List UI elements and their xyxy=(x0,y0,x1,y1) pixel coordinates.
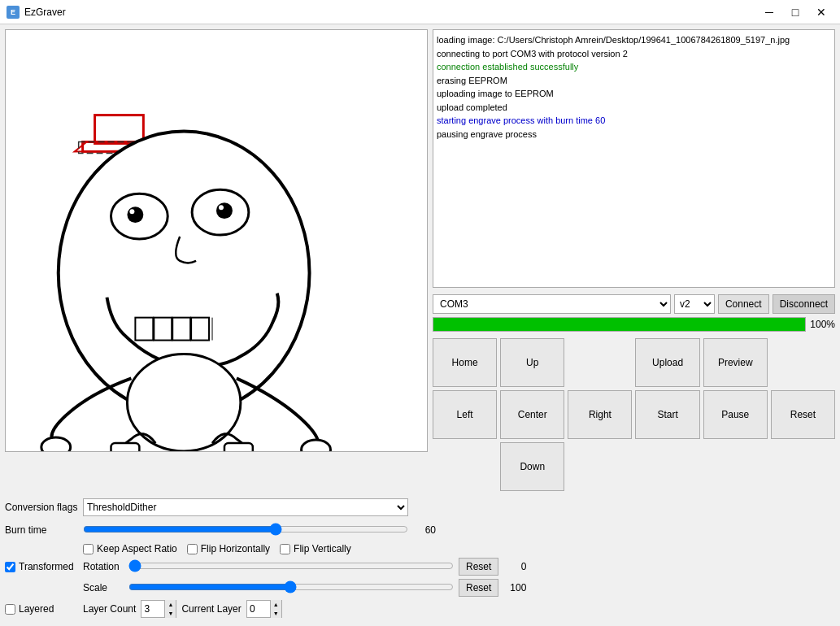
connect-button[interactable]: Connect xyxy=(718,294,769,314)
reset-button[interactable]: Reset xyxy=(771,390,835,439)
flip-vertically-checkbox[interactable] xyxy=(280,544,290,554)
rotation-slider[interactable] xyxy=(128,559,454,572)
checkbox-row: Keep Aspect Ratio Flip Horizontally Flip… xyxy=(83,543,835,554)
transformed-checkbox[interactable] xyxy=(5,562,15,572)
transformed-rotation-row: Transformed Rotation Reset 0 xyxy=(5,558,835,576)
conversion-row: Conversion flags ThresholdDither Thresho… xyxy=(5,498,835,517)
rotation-reset-button[interactable]: Reset xyxy=(459,558,498,576)
layer-count-label: Layer Count xyxy=(83,603,136,615)
log-line: starting engrave process with burn time … xyxy=(437,114,831,128)
app-icon: E xyxy=(7,6,20,19)
title-bar: E EzGraver ─ □ ✕ xyxy=(0,0,840,24)
svg-rect-0 xyxy=(95,115,144,144)
home-button[interactable]: Home xyxy=(433,338,497,387)
svg-rect-12 xyxy=(154,318,172,341)
log-line: upload completed xyxy=(437,101,831,115)
controls-panel: loading image: C:/Users/Christoph Amrein… xyxy=(433,29,835,491)
flip-horizontally-label[interactable]: Flip Horizontally xyxy=(187,543,270,554)
scale-reset-button[interactable]: Reset xyxy=(459,579,498,597)
nav-grid: Home Up Upload Preview Left Center Right… xyxy=(433,338,835,491)
current-layer-input[interactable] xyxy=(247,603,270,615)
rotation-value: 0 xyxy=(503,561,526,572)
layer-count-down-btn[interactable]: ▼ xyxy=(164,609,176,618)
keep-aspect-ratio-text: Keep Aspect Ratio xyxy=(97,543,177,554)
layer-count-spinner-btns: ▲ ▼ xyxy=(164,600,176,618)
scale-slider-container xyxy=(128,580,454,596)
keep-aspect-ratio-label[interactable]: Keep Aspect Ratio xyxy=(83,543,177,554)
svg-rect-19 xyxy=(111,443,140,451)
maximize-button[interactable]: □ xyxy=(783,3,807,21)
main-container: loading image: C:/Users/Christoph Amrein… xyxy=(0,24,840,626)
log-line: pausing engrave process xyxy=(437,128,831,141)
layer-count-spinner[interactable]: ▲ ▼ xyxy=(141,600,176,618)
down-button[interactable]: Down xyxy=(500,442,564,491)
flip-horizontally-text: Flip Horizontally xyxy=(201,543,270,554)
port-row: COM3 v2 Connect Disconnect xyxy=(433,294,835,314)
progress-row: 100% xyxy=(433,317,835,332)
up-button[interactable]: Up xyxy=(500,338,564,387)
start-button[interactable]: Start xyxy=(635,390,699,439)
minimize-button[interactable]: ─ xyxy=(757,3,781,21)
svg-point-7 xyxy=(129,209,134,214)
flip-vertically-text: Flip Vertically xyxy=(294,543,351,554)
log-line: connecting to port COM3 with protocol ve… xyxy=(437,47,831,61)
keep-aspect-ratio-checkbox[interactable] xyxy=(83,544,94,554)
log-area[interactable]: loading image: C:/Users/Christoph Amrein… xyxy=(433,29,835,288)
svg-point-9 xyxy=(216,202,233,219)
scale-row: Scale Reset 100 xyxy=(5,579,835,597)
drawing-canvas xyxy=(6,30,427,451)
layered-checkbox[interactable] xyxy=(5,604,15,615)
scale-label: Scale xyxy=(83,582,124,593)
top-section: loading image: C:/Users/Christoph Amrein… xyxy=(5,29,835,491)
progress-label: 100% xyxy=(809,319,835,330)
burn-time-slider-container xyxy=(83,523,408,538)
upload-button[interactable]: Upload xyxy=(635,338,699,387)
svg-rect-20 xyxy=(224,443,253,451)
app-title: EzGraver xyxy=(24,7,66,18)
burn-time-value: 60 xyxy=(413,524,436,536)
scale-value: 100 xyxy=(503,582,526,593)
preview-button[interactable]: Preview xyxy=(703,338,768,387)
svg-point-16 xyxy=(127,354,240,451)
rotation-label: Rotation xyxy=(83,561,124,572)
log-line: loading image: C:/Users/Christoph Amrein… xyxy=(437,33,831,47)
rotation-slider-container xyxy=(128,559,454,575)
svg-rect-11 xyxy=(135,318,153,341)
svg-point-6 xyxy=(127,206,143,223)
flip-vertically-label[interactable]: Flip Vertically xyxy=(280,543,351,554)
flip-horizontally-checkbox[interactable] xyxy=(187,544,198,554)
burn-time-label: Burn time xyxy=(5,524,78,536)
close-button[interactable]: ✕ xyxy=(809,3,833,21)
current-layer-up-btn[interactable]: ▲ xyxy=(270,600,281,609)
current-layer-spinner-btns: ▲ ▼ xyxy=(270,600,281,618)
left-button[interactable]: Left xyxy=(433,390,497,439)
log-line: erasing EEPROM xyxy=(437,74,831,88)
right-button[interactable]: Right xyxy=(568,390,632,439)
pause-button[interactable]: Pause xyxy=(703,390,768,439)
burn-time-slider[interactable] xyxy=(83,523,408,536)
empty-cell-1 xyxy=(568,338,632,387)
version-select[interactable]: v2 xyxy=(674,294,715,314)
current-layer-spinner[interactable]: ▲ ▼ xyxy=(246,600,282,618)
svg-rect-13 xyxy=(172,318,190,341)
empty-cell-6 xyxy=(703,442,768,491)
transformed-label[interactable]: Transformed xyxy=(5,561,78,572)
burn-time-row: Burn time 60 xyxy=(5,520,835,540)
center-button[interactable]: Center xyxy=(500,390,564,439)
current-layer-down-btn[interactable]: ▼ xyxy=(270,609,281,618)
empty-cell-3 xyxy=(433,442,497,491)
scale-slider[interactable] xyxy=(128,580,454,593)
conversion-label: Conversion flags xyxy=(5,502,78,513)
current-layer-label: Current Layer xyxy=(181,603,241,615)
layer-count-input[interactable] xyxy=(141,603,164,615)
title-bar-left: E EzGraver xyxy=(7,6,66,19)
log-line: connection established successfully xyxy=(437,60,831,74)
layer-count-up-btn[interactable]: ▲ xyxy=(164,600,176,609)
canvas-area xyxy=(5,29,428,452)
empty-cell-2 xyxy=(771,338,835,387)
transformed-text: Transformed xyxy=(19,561,74,572)
disconnect-button[interactable]: Disconnect xyxy=(773,294,835,314)
port-select[interactable]: COM3 xyxy=(433,294,671,314)
layered-label[interactable]: Layered xyxy=(5,603,78,615)
conversion-select[interactable]: ThresholdDither Threshold Dither xyxy=(83,498,408,516)
